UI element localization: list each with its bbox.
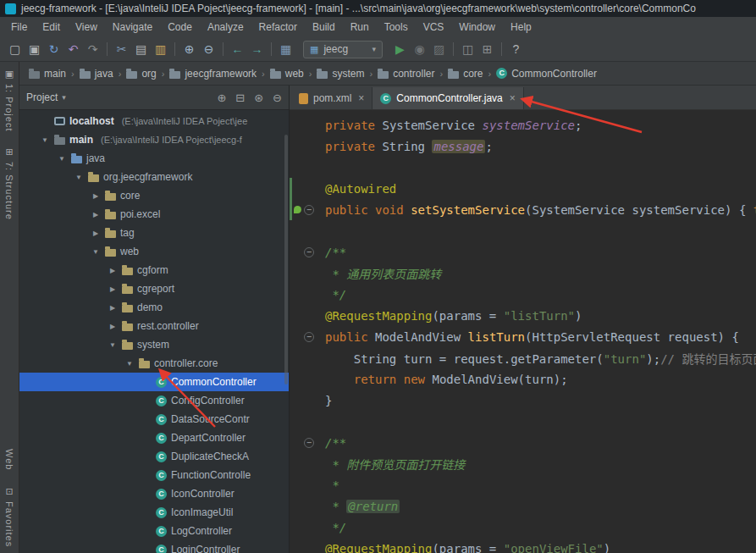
expander-icon[interactable]: ▼ [74,174,84,181]
close-icon[interactable]: × [510,92,516,104]
expander-icon[interactable]: ▶ [108,285,118,293]
tree-item-controller-core[interactable]: ▼controller.core [19,354,289,373]
fold-icon[interactable]: − [304,247,314,257]
debug-icon[interactable]: ◉ [410,42,429,56]
expander-icon[interactable]: ▶ [91,211,101,218]
expander-icon[interactable]: ▶ [108,267,118,274]
menu-item-refactor[interactable]: Refactor [251,19,305,36]
menu-item-file[interactable]: File [3,19,35,36]
coverage-icon[interactable]: ▨ [429,42,449,56]
tree-item-duplicatechecka[interactable]: CDuplicateCheckA [19,447,289,466]
code-line[interactable]: −public ModelAndView listTurn(HttpServle… [290,326,756,347]
menu-item-edit[interactable]: Edit [35,19,68,36]
tree-item-web[interactable]: ▼web [19,242,289,261]
code-line[interactable]: } [290,390,756,411]
tree-item-java[interactable]: ▼java [19,149,289,168]
expander-icon[interactable]: ▼ [91,248,101,256]
grid-icon[interactable]: ▦ [276,42,295,56]
copy-icon[interactable]: ▤ [131,42,151,56]
forward-icon[interactable]: → [247,42,267,56]
expander-icon[interactable]: ▶ [91,192,101,200]
stripe-web[interactable]: Web [4,449,14,470]
tree-item-system[interactable]: ▼system [19,335,289,354]
run-icon[interactable]: ▶ [390,42,410,56]
settings-icon[interactable]: ⊛ [254,91,263,104]
tree-item-iconimageutil[interactable]: CIconImageUtil [19,503,289,522]
back-icon[interactable]: ← [228,42,247,56]
code-line[interactable]: @RequestMapping(params = "openViewFile") [290,538,756,553]
code-line[interactable]: * @return [290,495,756,517]
fold-icon[interactable]: − [304,332,314,342]
tree-item-configcontroller[interactable]: CConfigController [19,391,289,410]
menu-item-analyze[interactable]: Analyze [200,19,251,36]
menu-item-tools[interactable]: Tools [377,19,416,36]
tools-icon[interactable]: ⊞ [477,42,497,56]
expander-icon[interactable]: ▶ [108,304,118,312]
tree-item-logincontroller[interactable]: CLoginController [19,540,289,553]
tree-item-functioncontrolle[interactable]: CFunctionControlle [19,466,289,484]
code-line[interactable]: */ [290,284,756,305]
project-panel-title[interactable]: Project [26,91,58,103]
code-line[interactable]: private SystemService systemService; [290,114,756,135]
tab-pom-xml[interactable]: pom.xml× [291,87,372,109]
help-icon[interactable]: ? [506,42,526,56]
run-config-combo[interactable]: ▦ jeecg ▾ [303,41,383,58]
menu-item-help[interactable]: Help [503,19,539,36]
sync-icon[interactable]: ↻ [44,42,63,56]
tree-item-cgreport[interactable]: ▶cgreport [19,279,289,298]
menu-item-view[interactable]: View [68,19,105,36]
redo-icon[interactable]: ↷ [83,42,102,56]
tree-item-datasourcecontr[interactable]: CDataSourceContr [19,410,289,429]
save-all-icon[interactable]: ▣ [25,42,44,56]
tree-item-departcontroller[interactable]: CDepartController [19,429,289,447]
menu-item-vcs[interactable]: VCS [416,19,452,36]
breadcrumb-item-org[interactable]: org [124,66,158,81]
menu-item-code[interactable]: Code [160,19,200,36]
locate-icon[interactable]: ⊕ [217,91,226,104]
breadcrumb-item-web[interactable]: web [268,66,306,81]
tree-item-commoncontroller[interactable]: CCommonController [19,373,289,391]
fold-icon[interactable]: − [304,438,314,448]
code-line[interactable]: @RequestMapping(params = "listTurn") [290,305,756,326]
code-line[interactable]: −/** [290,432,756,453]
tree-item-core[interactable]: ▶core [19,186,289,205]
code-line[interactable] [290,220,756,241]
expander-icon[interactable]: ▼ [40,136,50,144]
breadcrumb-item-java[interactable]: java [77,66,116,81]
chevron-down-icon[interactable]: ▾ [62,93,66,102]
breadcrumb-item-core[interactable]: core [445,66,485,81]
profile-icon[interactable]: ◫ [458,42,477,56]
tree-item-demo[interactable]: ▶demo [19,298,289,317]
tree-item-rest-controller[interactable]: ▶rest.controller [19,317,289,335]
code-line[interactable] [290,157,756,178]
code-line[interactable]: * 通用列表页面跳转 [290,263,756,284]
hide-icon[interactable]: ⊖ [273,91,282,104]
stripe-1-project[interactable]: ▣1: Project [4,69,14,131]
stripe-7-structure[interactable]: ⊞7: Structure [4,147,14,220]
open-icon[interactable]: ▢ [5,42,25,56]
tree-item-org-jeecgframework[interactable]: ▼org.jeecgframework [19,168,289,186]
tab-commoncontroller-java[interactable]: CCommonController.java× [372,87,523,109]
tree-item-tag[interactable]: ▶tag [19,224,289,242]
expander-icon[interactable]: ▶ [108,323,118,330]
breadcrumb-item-commoncontroller[interactable]: CCommonController [494,66,599,81]
breadcrumb-item-main[interactable]: main [26,66,69,81]
paste-icon[interactable]: ▥ [151,42,170,56]
tree-item-iconcontroller[interactable]: CIconController [19,484,289,503]
project-scrollbar[interactable] [284,135,288,384]
breadcrumb-item-system[interactable]: system [314,66,367,81]
expander-icon[interactable]: ▼ [124,360,135,368]
menu-item-run[interactable]: Run [343,19,377,36]
code-line[interactable]: @Autowired [290,178,756,199]
expander-icon[interactable]: ▼ [57,155,67,163]
tree-item-poi-excel[interactable]: ▶poi.excel [19,205,289,224]
undo-icon[interactable]: ↶ [63,42,83,56]
code-line[interactable]: private String message; [290,135,756,157]
menu-item-navigate[interactable]: Navigate [105,19,160,36]
cut-icon[interactable]: ✂ [112,42,131,56]
code-line[interactable] [290,411,756,432]
close-icon[interactable]: × [358,92,364,104]
find-icon[interactable]: ⊕ [179,42,199,56]
code-line[interactable]: return new ModelAndView(turn); [290,368,756,390]
expander-icon[interactable]: ▼ [108,341,118,349]
